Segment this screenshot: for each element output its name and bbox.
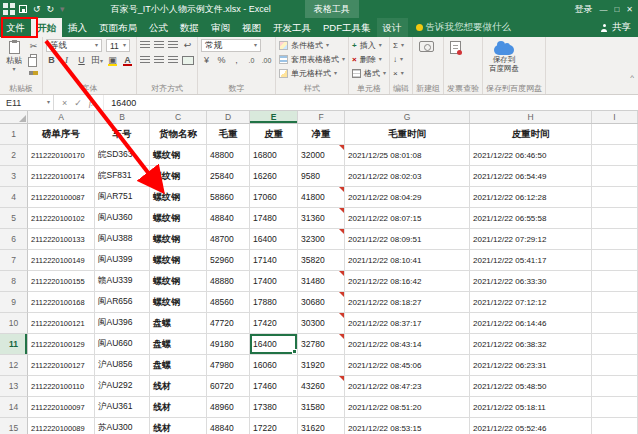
cell-D2[interactable]: 48800 bbox=[207, 145, 250, 166]
cell-I5[interactable] bbox=[592, 208, 638, 229]
cell-I1[interactable] bbox=[592, 124, 638, 145]
cell-styles-button[interactable]: 单元格样式▾ bbox=[279, 67, 337, 79]
sign-in-button[interactable]: 登录 bbox=[574, 3, 592, 16]
cell-B1[interactable]: 车号 bbox=[95, 124, 150, 145]
cell-B8[interactable]: 赣AU339 bbox=[95, 271, 150, 292]
insert-function-button[interactable]: fx bbox=[89, 98, 96, 108]
formula-input[interactable]: 16400 bbox=[104, 95, 638, 110]
cell-F8[interactable]: 31480 bbox=[298, 271, 345, 292]
cell-A11[interactable]: 2112220100129 bbox=[28, 334, 95, 355]
invoice-check-button[interactable] bbox=[447, 39, 464, 54]
cell-H1[interactable]: 皮重时间 bbox=[470, 124, 592, 145]
cell-I4[interactable] bbox=[592, 187, 638, 208]
cell-E3[interactable]: 16260 bbox=[250, 166, 298, 187]
cell-D5[interactable]: 48840 bbox=[207, 208, 250, 229]
enter-button[interactable]: ✓ bbox=[74, 98, 82, 108]
cell-G5[interactable]: 2021/12/22 08:07:15 bbox=[345, 208, 470, 229]
insert-cells-button[interactable]: +插入▾ bbox=[352, 39, 382, 51]
cell-D9[interactable]: 48560 bbox=[207, 292, 250, 313]
cell-G6[interactable]: 2021/12/22 08:09:51 bbox=[345, 229, 470, 250]
cell-G7[interactable]: 2021/12/22 08:10:41 bbox=[345, 250, 470, 271]
tab-review[interactable]: 审阅 bbox=[205, 18, 236, 37]
minimize-button[interactable]: — bbox=[599, 5, 607, 14]
underline-button[interactable]: U bbox=[76, 55, 87, 66]
cell-F14[interactable]: 31580 bbox=[298, 397, 345, 418]
cell-I6[interactable] bbox=[592, 229, 638, 250]
cell-F4[interactable]: 41800 bbox=[298, 187, 345, 208]
column-header-H[interactable]: H bbox=[470, 111, 592, 123]
cancel-button[interactable]: × bbox=[62, 98, 67, 108]
redo-button[interactable]: ↻ bbox=[47, 0, 55, 18]
cell-F13[interactable]: 43260 bbox=[298, 376, 345, 397]
row-header-4[interactable]: 4 bbox=[0, 187, 28, 208]
cell-A1[interactable]: 磅单序号 bbox=[28, 124, 95, 145]
row-header-8[interactable]: 8 bbox=[0, 271, 28, 292]
save-icon[interactable] bbox=[19, 5, 27, 13]
cell-I13[interactable] bbox=[592, 376, 638, 397]
align-right-button[interactable] bbox=[168, 56, 178, 65]
tab-file[interactable]: 文件 bbox=[0, 18, 31, 37]
cell-F6[interactable]: 32300 bbox=[298, 229, 345, 250]
column-header-A[interactable]: A bbox=[28, 111, 95, 123]
align-center-button[interactable] bbox=[154, 56, 164, 65]
row-header-1[interactable]: 1 bbox=[0, 124, 28, 145]
cell-B9[interactable]: 闽AR656 bbox=[95, 292, 150, 313]
wrap-text-button[interactable]: ↩ bbox=[182, 40, 193, 51]
cell-H5[interactable]: 2021/12/22 06:55:58 bbox=[470, 208, 592, 229]
delete-cells-button[interactable]: ×删除▾ bbox=[352, 53, 382, 65]
column-header-B[interactable]: B bbox=[95, 111, 150, 123]
cell-G8[interactable]: 2021/12/22 08:16:42 bbox=[345, 271, 470, 292]
cell-E15[interactable]: 17220 bbox=[250, 418, 298, 434]
cell-B7[interactable]: 闽AU399 bbox=[95, 250, 150, 271]
cell-E9[interactable]: 17880 bbox=[250, 292, 298, 313]
cell-E10[interactable]: 17420 bbox=[250, 313, 298, 334]
row-header-6[interactable]: 6 bbox=[0, 229, 28, 250]
cell-D14[interactable]: 48960 bbox=[207, 397, 250, 418]
cell-G14[interactable]: 2021/12/22 08:51:20 bbox=[345, 397, 470, 418]
cell-H6[interactable]: 2021/12/22 07:29:12 bbox=[470, 229, 592, 250]
italic-button[interactable]: I bbox=[61, 55, 72, 66]
cell-G9[interactable]: 2021/12/22 08:18:27 bbox=[345, 292, 470, 313]
column-header-D[interactable]: D bbox=[207, 111, 250, 123]
tab-pdf-tools[interactable]: PDF工具集 bbox=[317, 18, 377, 37]
cell-A10[interactable]: 2112220100121 bbox=[28, 313, 95, 334]
font-name-select[interactable]: 等线▾ bbox=[46, 39, 102, 52]
cell-I11[interactable] bbox=[592, 334, 638, 355]
cell-A3[interactable]: 2112220100174 bbox=[28, 166, 95, 187]
cell-G15[interactable]: 2021/12/22 08:53:15 bbox=[345, 418, 470, 434]
cell-H9[interactable]: 2021/12/22 07:12:12 bbox=[470, 292, 592, 313]
cell-A13[interactable]: 2112220100110 bbox=[28, 376, 95, 397]
tab-design[interactable]: 设计 bbox=[377, 18, 408, 37]
cell-D10[interactable]: 47720 bbox=[207, 313, 250, 334]
cell-D1[interactable]: 毛重 bbox=[207, 124, 250, 145]
cell-A9[interactable]: 2112220100168 bbox=[28, 292, 95, 313]
currency-button[interactable]: ¥ bbox=[201, 55, 212, 66]
cell-B10[interactable]: 闽AU396 bbox=[95, 313, 150, 334]
cell-C10[interactable]: 盘螺 bbox=[150, 313, 207, 334]
name-box-dropdown-icon[interactable]: ▾ bbox=[47, 100, 50, 105]
cell-H4[interactable]: 2021/12/22 06:12:28 bbox=[470, 187, 592, 208]
cell-A15[interactable]: 2112220100089 bbox=[28, 418, 95, 434]
column-header-E[interactable]: E bbox=[250, 111, 298, 123]
cell-A5[interactable]: 2112220100102 bbox=[28, 208, 95, 229]
cell-B12[interactable]: 沪AU856 bbox=[95, 355, 150, 376]
fill-handle[interactable] bbox=[292, 349, 297, 354]
cell-D15[interactable]: 48840 bbox=[207, 418, 250, 434]
name-box[interactable]: E11 ▾ bbox=[0, 95, 54, 110]
comma-button[interactable]: , bbox=[231, 55, 242, 66]
cell-B5[interactable]: 闽AU360 bbox=[95, 208, 150, 229]
cell-F12[interactable]: 31920 bbox=[298, 355, 345, 376]
cell-G1[interactable]: 毛重时间 bbox=[345, 124, 470, 145]
cell-E14[interactable]: 17380 bbox=[250, 397, 298, 418]
align-left-button[interactable] bbox=[140, 56, 150, 65]
align-bottom-button[interactable] bbox=[168, 41, 178, 50]
cell-G12[interactable]: 2021/12/22 08:45:06 bbox=[345, 355, 470, 376]
tab-insert[interactable]: 插入 bbox=[62, 18, 93, 37]
row-header-13[interactable]: 13 bbox=[0, 376, 28, 397]
cell-A12[interactable]: 2112220100127 bbox=[28, 355, 95, 376]
cell-H12[interactable]: 2021/12/22 06:23:31 bbox=[470, 355, 592, 376]
align-middle-button[interactable] bbox=[154, 41, 164, 50]
tab-home[interactable]: 开始 bbox=[31, 18, 62, 37]
row-header-10[interactable]: 10 bbox=[0, 313, 28, 334]
tab-formulas[interactable]: 公式 bbox=[143, 18, 174, 37]
